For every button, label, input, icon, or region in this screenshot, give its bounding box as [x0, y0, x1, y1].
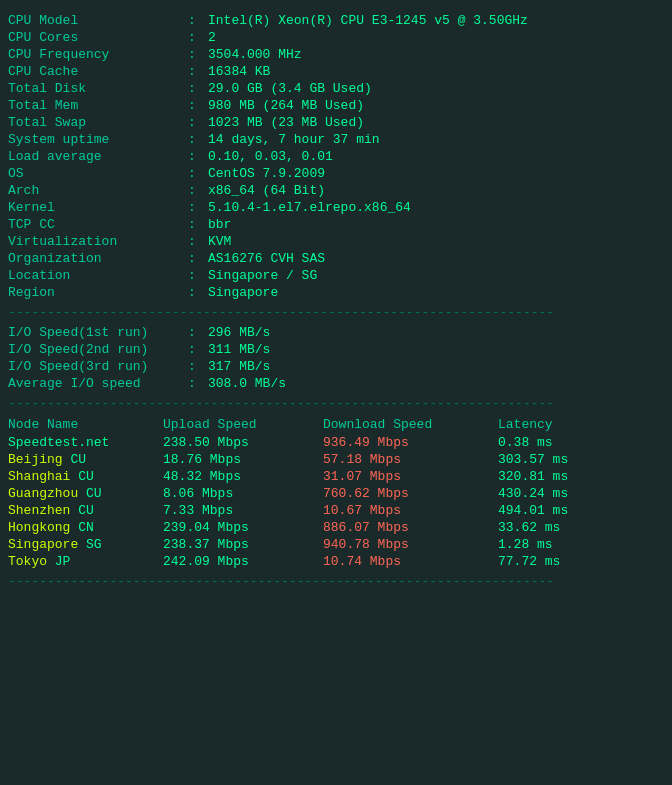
- network-node-name: Singapore SG: [8, 537, 163, 552]
- location-row: Location : Singapore / SG: [8, 267, 664, 284]
- org-label: Organization: [8, 251, 188, 266]
- network-latency: 430.24 ms: [498, 486, 598, 501]
- arch-value: x86_64 (64 Bit): [208, 183, 325, 198]
- network-row: Hongkong CN239.04 Mbps886.07 Mbps33.62 m…: [8, 519, 664, 536]
- io-run1-row: I/O Speed(1st run) : 296 MB/s: [8, 324, 664, 341]
- os-value: CentOS 7.9.2009: [208, 166, 325, 181]
- kernel-label: Kernel: [8, 200, 188, 215]
- cpu-model-row: CPU Model : Intel(R) Xeon(R) CPU E3-1245…: [8, 12, 664, 29]
- network-download: 31.07 Mbps: [323, 469, 498, 484]
- cpu-cache-row: CPU Cache : 16384 KB: [8, 63, 664, 80]
- total-mem-row: Total Mem : 980 MB (264 MB Used): [8, 97, 664, 114]
- virt-value: KVM: [208, 234, 231, 249]
- network-table: Speedtest.net238.50 Mbps936.49 Mbps0.38 …: [8, 434, 664, 570]
- region-value: Singapore: [208, 285, 278, 300]
- network-download: 936.49 Mbps: [323, 435, 498, 450]
- cpu-cache-label: CPU Cache: [8, 64, 188, 79]
- io-run2-row: I/O Speed(2nd run) : 311 MB/s: [8, 341, 664, 358]
- io-run2-value: 311 MB/s: [208, 342, 270, 357]
- network-section: Node Name Upload Speed Download Speed La…: [8, 415, 664, 570]
- cpu-freq-row: CPU Frequency : 3504.000 MHz: [8, 46, 664, 63]
- network-latency: 77.72 ms: [498, 554, 598, 569]
- total-disk-label: Total Disk: [8, 81, 188, 96]
- network-node-name: Tokyo JP: [8, 554, 163, 569]
- io-run1-label: I/O Speed(1st run): [8, 325, 188, 340]
- io-avg-label: Average I/O speed: [8, 376, 188, 391]
- org-value: AS16276 CVH SAS: [208, 251, 325, 266]
- io-run2-label: I/O Speed(2nd run): [8, 342, 188, 357]
- location-value: Singapore / SG: [208, 268, 317, 283]
- network-latency: 33.62 ms: [498, 520, 598, 535]
- region-row: Region : Singapore: [8, 284, 664, 301]
- network-row: Shanghai CU48.32 Mbps31.07 Mbps320.81 ms: [8, 468, 664, 485]
- sys-uptime-row: System uptime : 14 days, 7 hour 37 min: [8, 131, 664, 148]
- cpu-freq-value: 3504.000 MHz: [208, 47, 302, 62]
- arch-row: Arch : x86_64 (64 Bit): [8, 182, 664, 199]
- virt-row: Virtualization : KVM: [8, 233, 664, 250]
- cpu-cache-value: 16384 KB: [208, 64, 270, 79]
- io-section: I/O Speed(1st run) : 296 MB/s I/O Speed(…: [8, 324, 664, 392]
- sys-uptime-label: System uptime: [8, 132, 188, 147]
- header-download: Download Speed: [323, 417, 498, 432]
- kernel-value: 5.10.4-1.el7.elrepo.x86_64: [208, 200, 411, 215]
- os-label: OS: [8, 166, 188, 181]
- network-row: Shenzhen CU7.33 Mbps10.67 Mbps494.01 ms: [8, 502, 664, 519]
- io-avg-value: 308.0 MB/s: [208, 376, 286, 391]
- network-row: Beijing CU18.76 Mbps57.18 Mbps303.57 ms: [8, 451, 664, 468]
- total-swap-label: Total Swap: [8, 115, 188, 130]
- virt-label: Virtualization: [8, 234, 188, 249]
- header-upload: Upload Speed: [163, 417, 323, 432]
- kernel-row: Kernel : 5.10.4-1.el7.elrepo.x86_64: [8, 199, 664, 216]
- divider-3: ----------------------------------------…: [8, 574, 664, 589]
- io-run3-label: I/O Speed(3rd run): [8, 359, 188, 374]
- network-node-name: Shanghai CU: [8, 469, 163, 484]
- total-disk-row: Total Disk : 29.0 GB (3.4 GB Used): [8, 80, 664, 97]
- network-row: Tokyo JP242.09 Mbps10.74 Mbps77.72 ms: [8, 553, 664, 570]
- network-upload: 238.37 Mbps: [163, 537, 323, 552]
- total-mem-label: Total Mem: [8, 98, 188, 113]
- network-node-name: Guangzhou CU: [8, 486, 163, 501]
- tcp-cc-row: TCP CC : bbr: [8, 216, 664, 233]
- network-row: Singapore SG238.37 Mbps940.78 Mbps1.28 m…: [8, 536, 664, 553]
- cpu-cores-row: CPU Cores : 2: [8, 29, 664, 46]
- network-upload: 7.33 Mbps: [163, 503, 323, 518]
- network-header: Node Name Upload Speed Download Speed La…: [8, 415, 664, 434]
- io-run3-value: 317 MB/s: [208, 359, 270, 374]
- network-latency: 303.57 ms: [498, 452, 598, 467]
- io-run3-row: I/O Speed(3rd run) : 317 MB/s: [8, 358, 664, 375]
- network-download: 886.07 Mbps: [323, 520, 498, 535]
- org-row: Organization : AS16276 CVH SAS: [8, 250, 664, 267]
- cpu-freq-label: CPU Frequency: [8, 47, 188, 62]
- divider-1: ----------------------------------------…: [8, 305, 664, 320]
- load-avg-row: Load average : 0.10, 0.03, 0.01: [8, 148, 664, 165]
- network-upload: 18.76 Mbps: [163, 452, 323, 467]
- network-upload: 242.09 Mbps: [163, 554, 323, 569]
- network-download: 10.74 Mbps: [323, 554, 498, 569]
- network-latency: 494.01 ms: [498, 503, 598, 518]
- network-node-name: Beijing CU: [8, 452, 163, 467]
- network-latency: 0.38 ms: [498, 435, 598, 450]
- network-latency: 1.28 ms: [498, 537, 598, 552]
- io-run1-value: 296 MB/s: [208, 325, 270, 340]
- cpu-model-label: CPU Model: [8, 13, 188, 28]
- divider-2: ----------------------------------------…: [8, 396, 664, 411]
- network-upload: 8.06 Mbps: [163, 486, 323, 501]
- header-latency: Latency: [498, 417, 598, 432]
- network-download: 940.78 Mbps: [323, 537, 498, 552]
- load-avg-value: 0.10, 0.03, 0.01: [208, 149, 333, 164]
- total-swap-row: Total Swap : 1023 MB (23 MB Used): [8, 114, 664, 131]
- sys-uptime-value: 14 days, 7 hour 37 min: [208, 132, 380, 147]
- network-node-name: Speedtest.net: [8, 435, 163, 450]
- system-info: CPU Model : Intel(R) Xeon(R) CPU E3-1245…: [8, 12, 664, 301]
- network-latency: 320.81 ms: [498, 469, 598, 484]
- network-download: 57.18 Mbps: [323, 452, 498, 467]
- network-upload: 238.50 Mbps: [163, 435, 323, 450]
- cpu-cores-value: 2: [208, 30, 216, 45]
- network-upload: 48.32 Mbps: [163, 469, 323, 484]
- os-row: OS : CentOS 7.9.2009: [8, 165, 664, 182]
- total-mem-value: 980 MB (264 MB Used): [208, 98, 364, 113]
- region-label: Region: [8, 285, 188, 300]
- network-row: Speedtest.net238.50 Mbps936.49 Mbps0.38 …: [8, 434, 664, 451]
- io-avg-row: Average I/O speed : 308.0 MB/s: [8, 375, 664, 392]
- tcp-cc-value: bbr: [208, 217, 231, 232]
